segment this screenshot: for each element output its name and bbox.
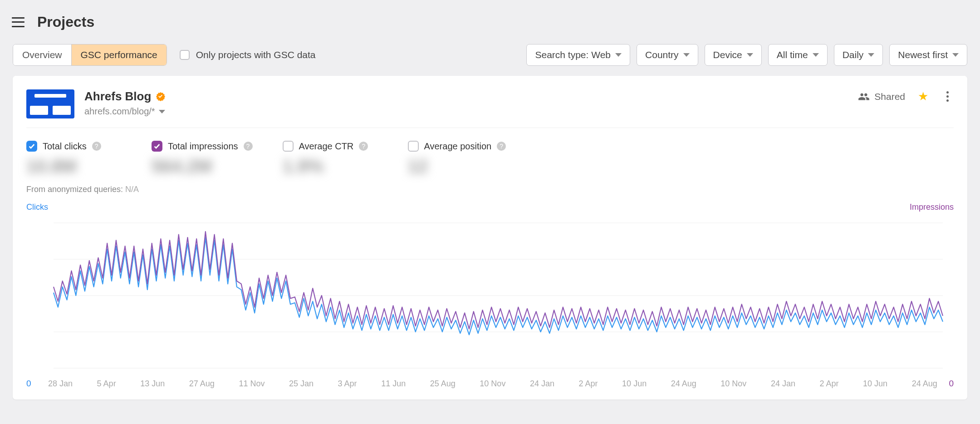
project-name: Ahrefs Blog xyxy=(84,89,151,104)
project-domain-dropdown[interactable]: ahrefs.com/blog/* xyxy=(84,106,166,117)
x-axis-tick: 10 Nov xyxy=(720,379,746,389)
chevron-down-icon xyxy=(813,53,819,57)
project-thumbnail xyxy=(26,89,74,118)
filter-time-range[interactable]: All time xyxy=(768,44,828,66)
filter-country[interactable]: Country xyxy=(637,44,698,66)
y-axis-left-zero: 0 xyxy=(26,379,31,389)
tab-gsc-performance[interactable]: GSC performance xyxy=(71,44,167,65)
help-icon[interactable]: ? xyxy=(497,142,506,151)
filter-device[interactable]: Device xyxy=(705,44,762,66)
tab-overview[interactable]: Overview xyxy=(13,44,71,65)
x-axis-tick: 11 Nov xyxy=(239,379,265,389)
anonymized-queries-note: From anonymized queries: N/A xyxy=(26,185,954,194)
y-axis-left-label: Clicks xyxy=(26,202,48,212)
x-axis-tick: 24 Aug xyxy=(912,379,937,389)
metric-value-ctr: 1.9% xyxy=(283,156,378,177)
hamburger-menu-icon[interactable] xyxy=(12,17,24,27)
sort-dropdown[interactable]: Newest first xyxy=(889,44,967,66)
project-card: Ahrefs Blog ahrefs.com/blog/* Shared ★ T… xyxy=(13,76,967,399)
chevron-down-icon xyxy=(683,53,690,57)
view-tabs: Overview GSC performance xyxy=(13,44,167,66)
x-axis-tick: 24 Jan xyxy=(530,379,554,389)
metric-checkbox-impressions[interactable] xyxy=(152,141,162,152)
x-axis-tick: 13 Jun xyxy=(140,379,165,389)
chevron-down-icon xyxy=(952,53,959,57)
metric-label-impressions: Total impressions xyxy=(168,141,238,152)
metric-value-impressions: 564.2M xyxy=(152,156,253,177)
only-gsc-label: Only projects with GSC data xyxy=(196,49,316,60)
metric-label-clicks: Total clicks xyxy=(43,141,87,152)
x-axis-tick: 25 Aug xyxy=(430,379,456,389)
only-gsc-checkbox[interactable] xyxy=(180,50,190,60)
metric-value-position: 12 xyxy=(408,156,506,177)
chevron-down-icon xyxy=(747,53,753,57)
people-icon xyxy=(858,91,870,103)
x-axis-tick: 3 Apr xyxy=(338,379,357,389)
x-axis-tick: 10 Jun xyxy=(863,379,887,389)
metric-checkbox-clicks[interactable] xyxy=(26,141,37,152)
x-axis-tick: 27 Aug xyxy=(189,379,215,389)
more-options-icon[interactable] xyxy=(941,90,954,103)
metric-label-ctr: Average CTR xyxy=(299,141,354,152)
metric-checkbox-ctr[interactable] xyxy=(283,141,294,152)
x-axis-tick: 10 Nov xyxy=(480,379,505,389)
x-axis-tick: 2 Apr xyxy=(820,379,839,389)
performance-chart[interactable] xyxy=(26,218,954,373)
metric-label-position: Average position xyxy=(424,141,492,152)
filter-granularity[interactable]: Daily xyxy=(834,44,883,66)
x-axis-ticks: 28 Jan5 Apr13 Jun27 Aug11 Nov25 Jan3 Apr… xyxy=(26,379,954,389)
help-icon[interactable]: ? xyxy=(92,142,101,151)
y-axis-right-label: Impressions xyxy=(910,202,954,212)
help-icon[interactable]: ? xyxy=(244,142,253,151)
x-axis-tick: 5 Apr xyxy=(97,379,116,389)
x-axis-tick: 11 Jun xyxy=(381,379,406,389)
only-gsc-checkbox-row[interactable]: Only projects with GSC data xyxy=(180,49,316,60)
chevron-down-icon xyxy=(159,110,165,113)
y-axis-right-zero: 0 xyxy=(949,379,954,389)
chevron-down-icon xyxy=(615,53,622,57)
x-axis-tick: 25 Jan xyxy=(289,379,314,389)
x-axis-tick: 10 Jun xyxy=(622,379,647,389)
x-axis-tick: 28 Jan xyxy=(48,379,73,389)
x-axis-tick: 24 Jan xyxy=(771,379,795,389)
help-icon[interactable]: ? xyxy=(359,142,368,151)
shared-indicator[interactable]: Shared xyxy=(858,91,905,103)
x-axis-tick: 2 Apr xyxy=(579,379,598,389)
metric-value-clicks: 10.8M xyxy=(26,156,122,177)
x-axis-tick: 24 Aug xyxy=(671,379,696,389)
star-favorite-icon[interactable]: ★ xyxy=(918,89,928,104)
verified-badge-icon xyxy=(156,92,166,102)
filter-search-type[interactable]: Search type: Web xyxy=(526,44,630,66)
chevron-down-icon xyxy=(868,53,874,57)
metric-checkbox-position[interactable] xyxy=(408,141,419,152)
page-title: Projects xyxy=(37,14,94,30)
